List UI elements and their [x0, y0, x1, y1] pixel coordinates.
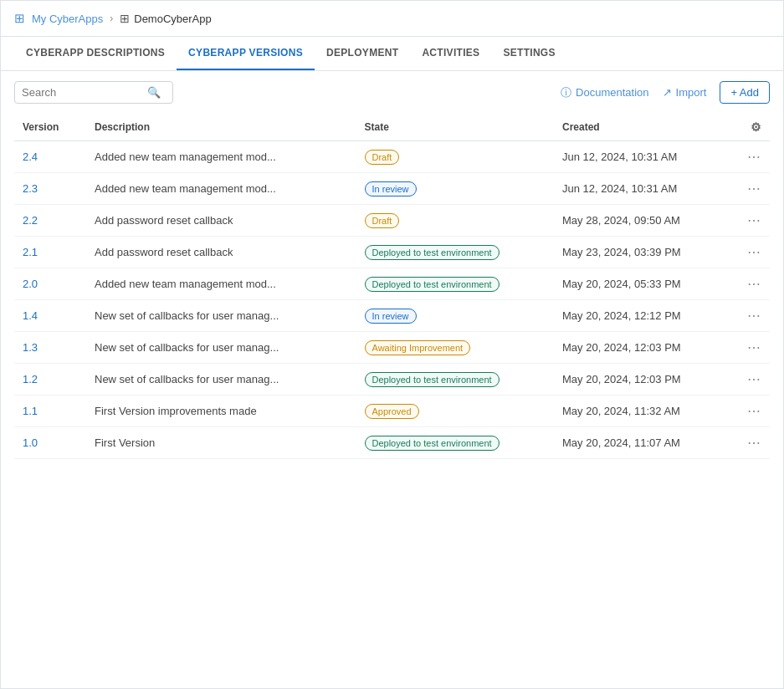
tab-deployment[interactable]: DEPLOYMENT	[315, 37, 410, 70]
info-icon: ⓘ	[561, 85, 571, 100]
search-input[interactable]	[22, 86, 147, 99]
version-cell: 2.1	[14, 237, 86, 268]
table-row: 1.4 New set of callbacks for user manag.…	[14, 300, 770, 332]
table-header-row: Version Description State Created ⚙	[14, 114, 770, 141]
tab-activities[interactable]: ACTIVITIES	[410, 37, 491, 70]
search-icon[interactable]: 🔍	[147, 86, 161, 99]
table-row: 1.0 First Version Deployed to test envir…	[14, 427, 770, 459]
row-actions[interactable]: ⋯	[734, 141, 770, 173]
import-button[interactable]: ↗ Import	[663, 86, 707, 99]
gear-icon[interactable]: ⚙	[751, 120, 761, 134]
description-cell: New set of callbacks for user manag...	[86, 332, 356, 364]
created-cell: May 20, 2024, 11:32 AM	[554, 396, 734, 427]
created-cell: May 20, 2024, 12:12 PM	[554, 300, 734, 332]
version-cell: 2.3	[14, 173, 86, 205]
state-badge: Deployed to test environment	[365, 436, 500, 451]
version-cell: 1.2	[14, 364, 86, 396]
state-badge: Approved	[365, 404, 419, 419]
description-cell: Add password reset callback	[86, 237, 356, 268]
version-link[interactable]: 2.1	[23, 246, 38, 258]
col-actions: ⚙	[734, 114, 770, 141]
toolbar: 🔍 ⓘ Documentation ↗ Import + Add	[1, 71, 783, 114]
version-link[interactable]: 2.4	[23, 151, 38, 163]
table-row: 1.1 First Version improvements made Appr…	[14, 396, 770, 427]
created-cell: May 20, 2024, 11:07 AM	[554, 427, 734, 459]
row-actions[interactable]: ⋯	[734, 364, 770, 396]
version-link[interactable]: 1.3	[23, 341, 38, 354]
add-button[interactable]: + Add	[720, 81, 770, 104]
versions-table: Version Description State Created ⚙ 2.4 …	[1, 114, 783, 459]
version-link[interactable]: 1.0	[23, 436, 38, 449]
row-actions[interactable]: ⋯	[734, 205, 770, 237]
row-actions[interactable]: ⋯	[734, 268, 770, 300]
version-cell: 1.0	[14, 427, 86, 459]
state-cell: Approved	[356, 396, 555, 427]
created-cell: May 20, 2024, 12:03 PM	[554, 332, 734, 364]
version-cell: 2.0	[14, 268, 86, 300]
table-row: 1.3 New set of callbacks for user manag.…	[14, 332, 770, 364]
state-cell: Awaiting Improvement	[356, 332, 555, 364]
breadcrumb: ⊞ My CyberApps › ⊞ DemoCyberApp	[1, 1, 783, 37]
tab-bar: CYBERAPP DESCRIPTIONS CYBERAPP VERSIONS …	[1, 37, 783, 71]
row-actions[interactable]: ⋯	[734, 427, 770, 459]
version-link[interactable]: 2.2	[23, 214, 38, 227]
description-cell: First Version	[86, 427, 356, 459]
table-row: 1.2 New set of callbacks for user manag.…	[14, 364, 770, 396]
tab-descriptions[interactable]: CYBERAPP DESCRIPTIONS	[14, 37, 177, 70]
col-description: Description	[86, 114, 356, 141]
breadcrumb-separator: ›	[110, 13, 113, 24]
description-cell: New set of callbacks for user manag...	[86, 364, 356, 396]
state-badge: Deployed to test environment	[365, 277, 500, 292]
documentation-button[interactable]: ⓘ Documentation	[561, 85, 648, 100]
created-cell: Jun 12, 2024, 10:31 AM	[554, 173, 734, 205]
version-link[interactable]: 2.3	[23, 182, 38, 195]
state-cell: Deployed to test environment	[356, 268, 555, 300]
state-cell: Deployed to test environment	[356, 427, 555, 459]
state-badge: Draft	[365, 150, 400, 165]
row-actions[interactable]: ⋯	[734, 300, 770, 332]
col-state: State	[356, 114, 555, 141]
description-cell: Add password reset callback	[86, 205, 356, 237]
row-actions[interactable]: ⋯	[734, 396, 770, 427]
version-cell: 1.3	[14, 332, 86, 364]
app-icon: ⊞	[120, 12, 130, 25]
table-row: 2.1 Add password reset callback Deployed…	[14, 237, 770, 268]
breadcrumb-current: ⊞ DemoCyberApp	[120, 12, 212, 25]
version-link[interactable]: 1.1	[23, 405, 38, 417]
version-cell: 2.2	[14, 205, 86, 237]
state-badge: Awaiting Improvement	[365, 340, 471, 355]
import-icon: ↗	[663, 86, 672, 99]
version-link[interactable]: 2.0	[23, 278, 38, 290]
breadcrumb-home-link[interactable]: My CyberApps	[32, 13, 103, 25]
description-cell: Added new team management mod...	[86, 268, 356, 300]
table-row: 2.2 Add password reset callback Draft Ma…	[14, 205, 770, 237]
version-link[interactable]: 1.4	[23, 309, 38, 322]
table-row: 2.4 Added new team management mod... Dra…	[14, 141, 770, 173]
description-cell: Added new team management mod...	[86, 141, 356, 173]
state-badge: In review	[365, 309, 417, 324]
state-cell: Deployed to test environment	[356, 237, 555, 268]
state-badge: In review	[365, 181, 417, 196]
table-row: 2.3 Added new team management mod... In …	[14, 173, 770, 205]
state-badge: Draft	[365, 213, 400, 228]
description-cell: First Version improvements made	[86, 396, 356, 427]
state-cell: In review	[356, 300, 555, 332]
tab-settings[interactable]: SETTINGS	[491, 37, 566, 70]
version-cell: 1.1	[14, 396, 86, 427]
toolbar-right: ⓘ Documentation ↗ Import + Add	[561, 81, 770, 104]
description-cell: Added new team management mod...	[86, 173, 356, 205]
tab-versions[interactable]: CYBERAPP VERSIONS	[177, 37, 315, 70]
row-actions[interactable]: ⋯	[734, 237, 770, 268]
row-actions[interactable]: ⋯	[734, 173, 770, 205]
created-cell: May 28, 2024, 09:50 AM	[554, 205, 734, 237]
row-actions[interactable]: ⋯	[734, 332, 770, 364]
created-cell: May 20, 2024, 05:33 PM	[554, 268, 734, 300]
state-cell: In review	[356, 173, 555, 205]
home-icon: ⊞	[14, 11, 25, 26]
state-cell: Deployed to test environment	[356, 364, 555, 396]
version-cell: 2.4	[14, 141, 86, 173]
table-row: 2.0 Added new team management mod... Dep…	[14, 268, 770, 300]
created-cell: Jun 12, 2024, 10:31 AM	[554, 141, 734, 173]
version-link[interactable]: 1.2	[23, 373, 38, 385]
description-cell: New set of callbacks for user manag...	[86, 300, 356, 332]
